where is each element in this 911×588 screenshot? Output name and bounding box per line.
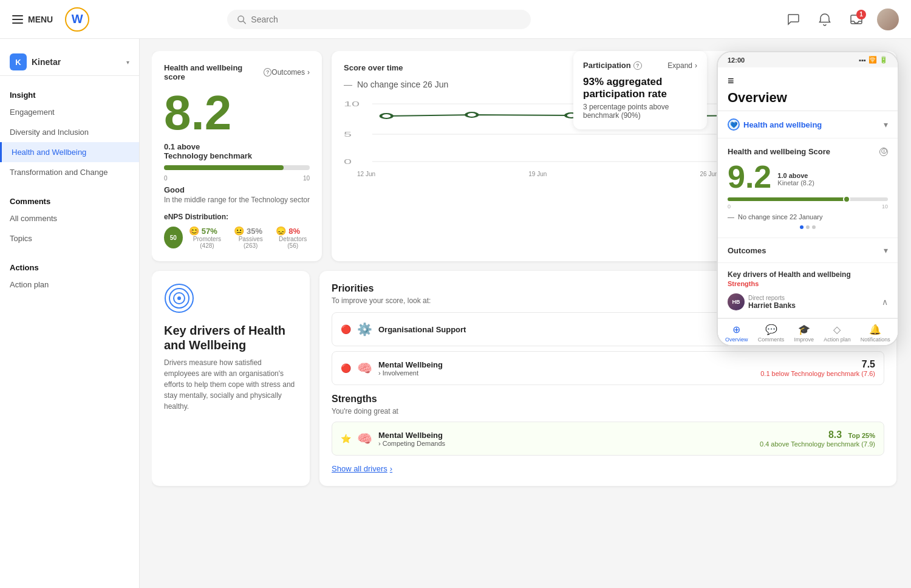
priority-item-mental[interactable]: 🔴 🧠 Mental Wellbeing › Involvement 7.5 0… [332,351,884,385]
phone-score-info-text: 1.0 above Kinetar (8.2) [777,172,814,186]
drivers-title: Key drivers of Health and Wellbeing [164,323,298,352]
notifications-button[interactable] [814,9,836,30]
inbox-button[interactable]: 1 [845,9,867,30]
participation-rate: 93% aggregated participation rate [583,76,697,100]
dot-1 [800,225,804,229]
health-icon: 💙 [728,118,740,131]
signal-icon: ▪▪▪ [859,56,866,64]
search-input[interactable] [251,15,521,24]
enps-items: 😊 57% Promoters (428) 😐 35% Pas [189,226,310,249]
org-selector[interactable]: K Kinetar ▾ [0,49,139,76]
phone-health-chevron[interactable]: ▾ [884,120,888,129]
search-bar[interactable] [227,10,531,29]
participation-card: Participation ? Expand › 93% aggregated … [573,51,707,129]
top-navigation: MENU W 1 [0,0,911,39]
phone-score-bar [728,197,888,201]
phone-health-section[interactable]: 💙 Health and wellbeing ▾ [718,111,898,138]
phone-driver-chevron[interactable]: ∧ [882,297,888,307]
svg-point-18 [177,296,181,300]
phone-nav-comments[interactable]: 💬 Comments [758,324,785,343]
participation-expand-link[interactable]: Expand › [667,61,697,70]
priority-alert-icon-2: 🔴 [341,363,351,373]
target-icon-container [164,283,298,316]
detractor-icon: 😞 [276,226,286,236]
phone-outcomes-section[interactable]: Outcomes ▾ [718,238,898,263]
svg-text:5: 5 [344,131,352,138]
score-card-header: Health and wellbeing score ? Outcomes › [164,63,310,81]
user-avatar[interactable] [877,9,899,30]
outcomes-link[interactable]: Outcomes › [271,68,310,77]
insight-section-title: Insight [0,86,139,102]
overview-nav-icon: ⊕ [732,324,740,335]
comments-section-title: Comments [0,192,139,208]
priority-item-details: Organisational Support [378,325,754,334]
enps-section: eNPS Distribution: 50 😊 57% Promoters (4… [164,213,310,249]
search-icon [237,15,246,24]
benchmark-text: 0.1 above Technology benchmark [164,142,310,160]
phone-nav-action[interactable]: ◇ Action plan [824,324,851,343]
phone-nav-notifications[interactable]: 🔔 Notifications [861,324,890,343]
priority-alert-icon: 🔴 [341,324,351,334]
app-logo[interactable]: W [65,7,89,32]
phone-score-info[interactable]: ⓘ [879,148,888,156]
menu-button[interactable]: MENU [12,15,53,24]
participation-info-icon[interactable]: ? [633,61,642,70]
phone-nav-overview[interactable]: ⊕ Overview [725,324,748,343]
target-icon [164,283,194,313]
phone-bottom-nav: ⊕ Overview 💬 Comments 🎓 Improve ◇ Action… [718,318,898,345]
strength-icon: 🧠 [357,431,372,446]
enps-title: eNPS Distribution: [164,213,310,221]
phone-outcomes-header: Outcomes ▾ [728,245,888,255]
org-name: Kinetar [32,57,121,67]
actions-section-title: Actions [0,258,139,275]
sidebar-item-engagement[interactable]: Engagement [0,102,139,122]
phone-score-range: 010 [728,203,888,210]
score-progress-bar [164,165,310,170]
strength-item-score: 8.3 Top 25% 0.4 above Technology benchma… [760,429,875,448]
org-support-icon: ⚙️ [357,322,372,337]
score-info-icon[interactable]: ? [264,68,271,77]
sidebar: K Kinetar ▾ Insight Engagement Diversity… [0,39,140,588]
dot-2 [806,225,810,229]
phone-nav-improve[interactable]: 🎓 Improve [794,324,814,343]
dot-3 [812,225,816,229]
score-card-title: Health and wellbeing score ? [164,63,271,81]
enps-promoters: 😊 57% Promoters (428) [189,226,225,249]
phone-score-row: 9.2 1.0 above Kinetar (8.2) [728,161,888,193]
svg-line-1 [244,21,246,23]
phone-health-label: 💙 Health and wellbeing [728,118,822,131]
sidebar-item-transformation[interactable]: Transformation and Change [0,162,139,182]
strengths-subtitle: You're doing great at [332,407,884,415]
svg-point-9 [381,114,392,118]
phone-dash-icon: — [728,213,734,220]
sidebar-item-health[interactable]: Health and Wellbeing [0,142,139,162]
svg-point-10 [466,112,477,117]
topnav-icons: 1 [782,9,899,30]
strength-item-details: Mental Wellbeing › Competing Demands [378,431,754,447]
score-progress-fill [164,165,284,170]
range-text: In the middle range for the Technology s… [164,196,310,204]
participation-title: Participation ? [583,61,642,70]
sidebar-item-action-plan[interactable]: Action plan [0,275,139,295]
show-all-drivers[interactable]: Show all drivers › [332,456,884,474]
mental-wellbeing-icon: 🧠 [357,361,372,375]
sidebar-item-topics[interactable]: Topics [0,228,139,248]
phone-menu-icon[interactable]: ≡ [728,75,888,87]
strength-alert-icon: ⭐ [341,434,351,443]
phone-title: Overview [728,90,888,106]
participation-header: Participation ? Expand › [583,61,697,70]
phone-outcomes-chevron[interactable]: ▾ [884,245,888,255]
battery-icon: 🔋 [879,56,888,64]
org-icon: K [10,53,27,70]
sidebar-item-all-comments[interactable]: All comments [0,208,139,228]
phone-driver-info: HB Direct reports Harriet Banks [728,293,877,310]
strength-item-mental[interactable]: ⭐ 🧠 Mental Wellbeing › Competing Demands… [332,422,884,456]
show-all-link[interactable]: Show all drivers › [332,464,392,473]
phone-pagination-dots [728,225,888,229]
action-nav-icon: ◇ [833,324,841,335]
sidebar-item-diversity[interactable]: Diversity and Inclusion [0,122,139,142]
phone-score-title: Health and wellbeing Score ⓘ [728,147,888,156]
phone-health-item: 💙 Health and wellbeing ▾ [728,118,888,131]
chat-button[interactable] [782,9,804,30]
phone-driver-details: Direct reports Harriet Banks [748,295,796,310]
